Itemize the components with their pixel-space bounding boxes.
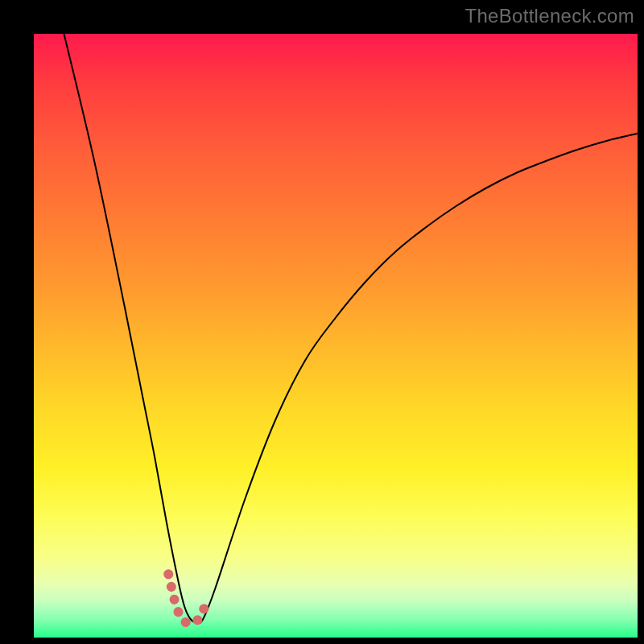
- chart-frame: TheBottleneck.com: [0, 0, 644, 644]
- bottleneck-curve: [64, 34, 638, 623]
- chart-svg: [34, 34, 638, 638]
- watermark-text: TheBottleneck.com: [464, 5, 634, 27]
- plot-area: [34, 34, 638, 638]
